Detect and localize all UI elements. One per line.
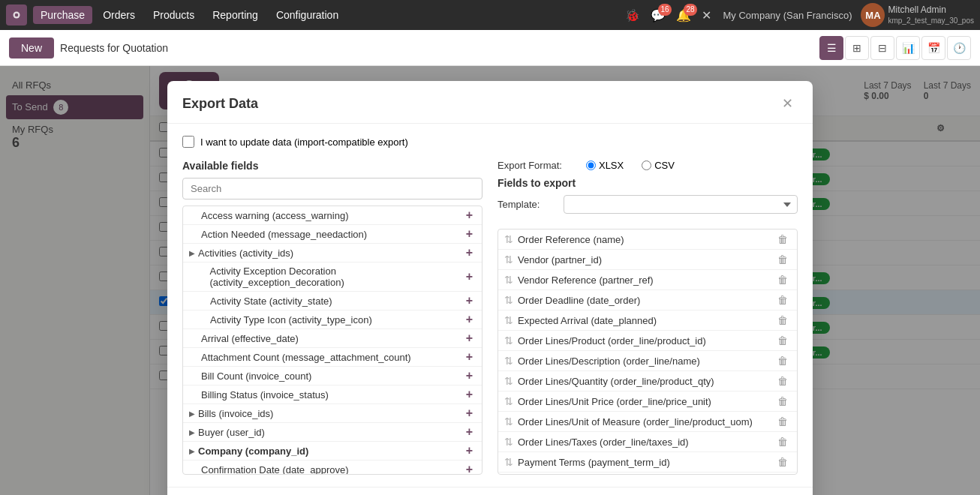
drag-handle-icon[interactable]: ⇅ — [504, 456, 513, 468]
nav-reporting[interactable]: Reporting — [205, 6, 266, 24]
pivot-view-icon[interactable]: ⊟ — [870, 36, 894, 60]
search-input[interactable] — [182, 178, 482, 200]
breadcrumb: Requests for Quotation — [60, 42, 168, 54]
available-field-item[interactable]: Confirmation Date (date_approve) + — [183, 460, 482, 475]
drag-handle-icon[interactable]: ⇅ — [504, 294, 513, 306]
available-field-item[interactable]: Arrival (effective_date) + — [183, 329, 482, 348]
app-logo[interactable] — [6, 4, 27, 26]
drag-handle-icon[interactable]: ⇅ — [504, 314, 513, 326]
modal-main: Available fields Access warning (access_… — [182, 160, 798, 475]
add-field-button[interactable]: + — [463, 370, 476, 382]
delete-field-button[interactable]: 🗑 — [774, 375, 791, 387]
add-field-button[interactable]: + — [463, 247, 476, 259]
delete-field-button[interactable]: 🗑 — [774, 294, 791, 306]
export-field-item: ⇅ Order Lines/Product (order_line/produc… — [498, 331, 797, 351]
available-field-item[interactable]: Action Needed (message_needaction) + — [183, 225, 482, 244]
list-view-icon[interactable]: ☰ — [819, 36, 843, 60]
available-fields-title: Available fields — [182, 160, 482, 172]
export-field-item: ⇅ Order Deadline (date_order) 🗑 — [498, 290, 797, 310]
delete-field-button[interactable]: 🗑 — [774, 334, 791, 346]
drag-handle-icon[interactable]: ⇅ — [504, 334, 513, 346]
available-field-item[interactable]: ▶ Bills (invoice_ids) + — [183, 404, 482, 423]
template-label: Template: — [498, 199, 558, 210]
available-field-item[interactable]: Activity Exception Decoration (activity_… — [183, 262, 482, 292]
available-field-item[interactable]: ▶ Company (company_id) + — [183, 442, 482, 460]
expand-arrow-icon: ▶ — [189, 447, 195, 455]
new-button[interactable]: New — [9, 38, 54, 58]
delete-field-button[interactable]: 🗑 — [774, 416, 791, 428]
delete-field-button[interactable]: 🗑 — [774, 395, 791, 407]
delete-field-button[interactable]: 🗑 — [774, 233, 791, 245]
drag-handle-icon[interactable]: ⇅ — [504, 274, 513, 286]
chat-icon[interactable]: 💬16 — [648, 7, 669, 24]
export-field-label: Vendor (partner_id) — [518, 254, 602, 266]
bug-icon[interactable]: 🐞 — [622, 7, 643, 24]
delete-field-button[interactable]: 🗑 — [774, 314, 791, 326]
export-fields-list: ⇅ Order Reference (name) 🗑 ⇅ Vendor (par… — [498, 229, 798, 475]
delete-field-button[interactable]: 🗑 — [774, 456, 791, 468]
add-field-button[interactable]: + — [463, 351, 476, 363]
field-label: Action Needed (message_needaction) — [201, 229, 367, 240]
import-compatible-checkbox[interactable] — [182, 136, 194, 148]
available-field-item[interactable]: Access warning (access_warning) + — [183, 206, 482, 225]
available-field-item[interactable]: ▶ Activities (activity_ids) + — [183, 244, 482, 262]
activity-icon[interactable]: 🔔28 — [673, 7, 694, 24]
add-field-button[interactable]: + — [463, 407, 476, 419]
modal-close-button[interactable]: ✕ — [777, 93, 798, 114]
csv-label: CSV — [654, 160, 675, 171]
available-field-item[interactable]: Activity Type Icon (activity_type_icon) … — [183, 310, 482, 329]
settings-icon[interactable]: ✕ — [699, 7, 714, 24]
modal-footer: Export Close — [167, 487, 813, 495]
kanban-view-icon[interactable]: ⊞ — [845, 36, 869, 60]
import-compatible-label: I want to update data (import-compatible… — [200, 136, 408, 148]
available-field-item[interactable]: Billing Status (invoice_status) + — [183, 386, 482, 404]
clock-view-icon[interactable]: 🕐 — [947, 36, 971, 60]
nav-products[interactable]: Products — [146, 6, 202, 24]
add-field-button[interactable]: + — [463, 314, 476, 326]
drag-handle-icon[interactable]: ⇅ — [504, 375, 513, 387]
add-field-button[interactable]: + — [463, 271, 476, 283]
csv-option[interactable]: CSV — [642, 160, 675, 171]
nav-orders[interactable]: Orders — [95, 6, 143, 24]
fields-to-export-title: Fields to export — [498, 177, 798, 189]
nav-configuration[interactable]: Configuration — [269, 6, 346, 24]
add-field-button[interactable]: + — [463, 464, 476, 475]
field-label: Activity Exception Decoration (activity_… — [210, 266, 463, 288]
calendar-view-icon[interactable]: 📅 — [921, 36, 945, 60]
export-format-row: Export Format: XLSX CSV — [498, 160, 798, 171]
add-field-button[interactable]: + — [463, 445, 476, 457]
available-field-item[interactable]: Bill Count (invoice_count) + — [183, 367, 482, 386]
chart-view-icon[interactable]: 📊 — [896, 36, 920, 60]
drag-handle-icon[interactable]: ⇅ — [504, 254, 513, 266]
add-field-button[interactable]: + — [463, 228, 476, 240]
add-field-button[interactable]: + — [463, 426, 476, 438]
delete-field-button[interactable]: 🗑 — [774, 355, 791, 367]
available-field-item[interactable]: ▶ Buyer (user_id) + — [183, 423, 482, 442]
delete-field-button[interactable]: 🗑 — [774, 274, 791, 286]
available-field-item[interactable]: Activity State (activity_state) + — [183, 292, 482, 310]
available-fields-list: Access warning (access_warning) + Action… — [182, 206, 482, 475]
export-field-label: Order Reference (name) — [518, 234, 624, 245]
xlsx-option[interactable]: XLSX — [586, 160, 624, 171]
add-field-button[interactable]: + — [463, 209, 476, 221]
avatar[interactable]: MA — [861, 3, 885, 27]
export-field-item: ⇅ Fiscal Position (fiscal_position_id) 🗑 — [498, 472, 797, 475]
csv-radio[interactable] — [642, 160, 651, 170]
drag-handle-icon[interactable]: ⇅ — [504, 395, 513, 407]
add-field-button[interactable]: + — [463, 295, 476, 307]
delete-field-button[interactable]: 🗑 — [774, 254, 791, 266]
export-field-item: ⇅ Order Lines/Taxes (order_line/taxes_id… — [498, 432, 797, 452]
xlsx-radio[interactable] — [586, 160, 596, 170]
add-field-button[interactable]: + — [463, 332, 476, 344]
nav-purchase[interactable]: Purchase — [33, 6, 92, 24]
field-label: Billing Status (invoice_status) — [201, 389, 329, 400]
add-field-button[interactable]: + — [463, 388, 476, 400]
drag-handle-icon[interactable]: ⇅ — [504, 416, 513, 428]
drag-handle-icon[interactable]: ⇅ — [504, 233, 513, 245]
drag-handle-icon[interactable]: ⇅ — [504, 355, 513, 367]
delete-field-button[interactable]: 🗑 — [774, 436, 791, 448]
template-select[interactable] — [564, 195, 798, 214]
expand-arrow-icon: ▶ — [189, 249, 195, 257]
drag-handle-icon[interactable]: ⇅ — [504, 436, 513, 448]
available-field-item[interactable]: Attachment Count (message_attachment_cou… — [183, 348, 482, 367]
